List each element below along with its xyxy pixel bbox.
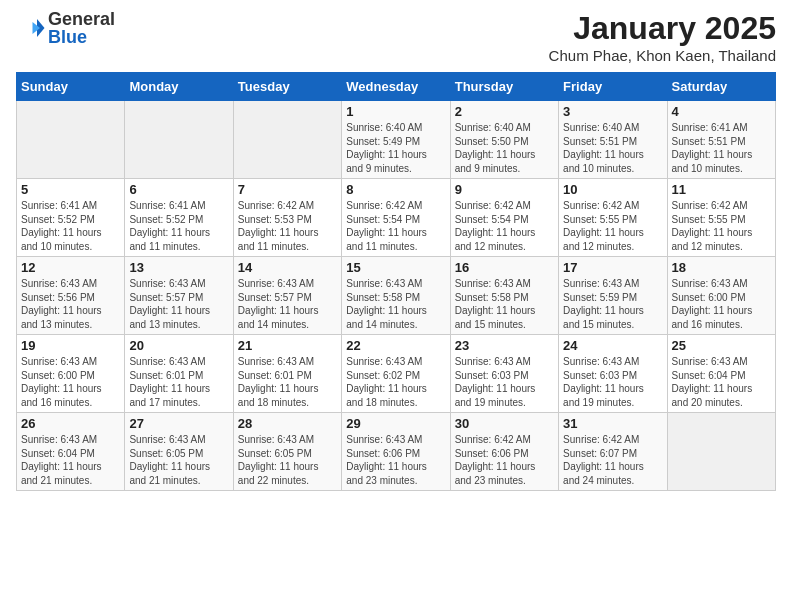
day-number: 18 (672, 260, 771, 275)
calendar-cell: 24Sunrise: 6:43 AM Sunset: 6:03 PM Dayli… (559, 335, 667, 413)
day-detail: Sunrise: 6:43 AM Sunset: 6:05 PM Dayligh… (238, 433, 337, 487)
day-detail: Sunrise: 6:42 AM Sunset: 5:55 PM Dayligh… (563, 199, 662, 253)
day-detail: Sunrise: 6:43 AM Sunset: 6:03 PM Dayligh… (563, 355, 662, 409)
day-number: 13 (129, 260, 228, 275)
day-number: 23 (455, 338, 554, 353)
day-detail: Sunrise: 6:40 AM Sunset: 5:50 PM Dayligh… (455, 121, 554, 175)
day-number: 15 (346, 260, 445, 275)
day-detail: Sunrise: 6:43 AM Sunset: 6:01 PM Dayligh… (238, 355, 337, 409)
day-detail: Sunrise: 6:42 AM Sunset: 5:54 PM Dayligh… (455, 199, 554, 253)
day-detail: Sunrise: 6:42 AM Sunset: 5:54 PM Dayligh… (346, 199, 445, 253)
day-number: 8 (346, 182, 445, 197)
day-number: 26 (21, 416, 120, 431)
day-number: 1 (346, 104, 445, 119)
day-number: 25 (672, 338, 771, 353)
day-detail: Sunrise: 6:43 AM Sunset: 6:05 PM Dayligh… (129, 433, 228, 487)
calendar-cell: 17Sunrise: 6:43 AM Sunset: 5:59 PM Dayli… (559, 257, 667, 335)
calendar-body: 1Sunrise: 6:40 AM Sunset: 5:49 PM Daylig… (17, 101, 776, 491)
calendar-cell: 18Sunrise: 6:43 AM Sunset: 6:00 PM Dayli… (667, 257, 775, 335)
calendar-cell: 12Sunrise: 6:43 AM Sunset: 5:56 PM Dayli… (17, 257, 125, 335)
day-detail: Sunrise: 6:42 AM Sunset: 5:55 PM Dayligh… (672, 199, 771, 253)
calendar-cell: 10Sunrise: 6:42 AM Sunset: 5:55 PM Dayli… (559, 179, 667, 257)
day-number: 2 (455, 104, 554, 119)
calendar-cell: 3Sunrise: 6:40 AM Sunset: 5:51 PM Daylig… (559, 101, 667, 179)
week-row-2: 5Sunrise: 6:41 AM Sunset: 5:52 PM Daylig… (17, 179, 776, 257)
calendar-cell: 29Sunrise: 6:43 AM Sunset: 6:06 PM Dayli… (342, 413, 450, 491)
day-detail: Sunrise: 6:42 AM Sunset: 6:06 PM Dayligh… (455, 433, 554, 487)
page: General Blue January 2025 Chum Phae, Kho… (0, 0, 792, 612)
calendar-cell (125, 101, 233, 179)
day-detail: Sunrise: 6:43 AM Sunset: 5:59 PM Dayligh… (563, 277, 662, 331)
day-number: 17 (563, 260, 662, 275)
week-row-4: 19Sunrise: 6:43 AM Sunset: 6:00 PM Dayli… (17, 335, 776, 413)
day-detail: Sunrise: 6:42 AM Sunset: 6:07 PM Dayligh… (563, 433, 662, 487)
calendar-cell: 16Sunrise: 6:43 AM Sunset: 5:58 PM Dayli… (450, 257, 558, 335)
header-thursday: Thursday (450, 73, 558, 101)
calendar-cell: 9Sunrise: 6:42 AM Sunset: 5:54 PM Daylig… (450, 179, 558, 257)
page-title: January 2025 (549, 10, 776, 47)
week-row-1: 1Sunrise: 6:40 AM Sunset: 5:49 PM Daylig… (17, 101, 776, 179)
calendar-cell (233, 101, 341, 179)
day-detail: Sunrise: 6:43 AM Sunset: 5:57 PM Dayligh… (129, 277, 228, 331)
calendar-cell: 25Sunrise: 6:43 AM Sunset: 6:04 PM Dayli… (667, 335, 775, 413)
day-number: 20 (129, 338, 228, 353)
logo-text: General Blue (48, 10, 115, 46)
day-number: 11 (672, 182, 771, 197)
calendar-cell: 30Sunrise: 6:42 AM Sunset: 6:06 PM Dayli… (450, 413, 558, 491)
calendar-cell: 31Sunrise: 6:42 AM Sunset: 6:07 PM Dayli… (559, 413, 667, 491)
day-detail: Sunrise: 6:41 AM Sunset: 5:51 PM Dayligh… (672, 121, 771, 175)
day-number: 27 (129, 416, 228, 431)
day-detail: Sunrise: 6:40 AM Sunset: 5:49 PM Dayligh… (346, 121, 445, 175)
day-number: 4 (672, 104, 771, 119)
day-detail: Sunrise: 6:43 AM Sunset: 5:57 PM Dayligh… (238, 277, 337, 331)
day-number: 31 (563, 416, 662, 431)
day-number: 30 (455, 416, 554, 431)
day-detail: Sunrise: 6:41 AM Sunset: 5:52 PM Dayligh… (21, 199, 120, 253)
day-detail: Sunrise: 6:43 AM Sunset: 5:58 PM Dayligh… (346, 277, 445, 331)
header-monday: Monday (125, 73, 233, 101)
logo-general-text: General (48, 10, 115, 28)
header: General Blue January 2025 Chum Phae, Kho… (16, 10, 776, 64)
header-tuesday: Tuesday (233, 73, 341, 101)
day-detail: Sunrise: 6:43 AM Sunset: 6:04 PM Dayligh… (21, 433, 120, 487)
day-number: 22 (346, 338, 445, 353)
day-number: 9 (455, 182, 554, 197)
day-number: 24 (563, 338, 662, 353)
calendar-cell (667, 413, 775, 491)
day-detail: Sunrise: 6:40 AM Sunset: 5:51 PM Dayligh… (563, 121, 662, 175)
calendar-cell: 11Sunrise: 6:42 AM Sunset: 5:55 PM Dayli… (667, 179, 775, 257)
calendar-cell: 28Sunrise: 6:43 AM Sunset: 6:05 PM Dayli… (233, 413, 341, 491)
day-number: 5 (21, 182, 120, 197)
week-row-3: 12Sunrise: 6:43 AM Sunset: 5:56 PM Dayli… (17, 257, 776, 335)
day-detail: Sunrise: 6:43 AM Sunset: 5:58 PM Dayligh… (455, 277, 554, 331)
day-number: 10 (563, 182, 662, 197)
calendar-cell (17, 101, 125, 179)
calendar-cell: 4Sunrise: 6:41 AM Sunset: 5:51 PM Daylig… (667, 101, 775, 179)
page-subtitle: Chum Phae, Khon Kaen, Thailand (549, 47, 776, 64)
day-header-row: SundayMondayTuesdayWednesdayThursdayFrid… (17, 73, 776, 101)
logo: General Blue (16, 10, 115, 46)
logo-blue-text: Blue (48, 28, 115, 46)
header-friday: Friday (559, 73, 667, 101)
calendar-table: SundayMondayTuesdayWednesdayThursdayFrid… (16, 72, 776, 491)
calendar-cell: 7Sunrise: 6:42 AM Sunset: 5:53 PM Daylig… (233, 179, 341, 257)
header-saturday: Saturday (667, 73, 775, 101)
calendar-cell: 1Sunrise: 6:40 AM Sunset: 5:49 PM Daylig… (342, 101, 450, 179)
day-detail: Sunrise: 6:43 AM Sunset: 5:56 PM Dayligh… (21, 277, 120, 331)
calendar-cell: 20Sunrise: 6:43 AM Sunset: 6:01 PM Dayli… (125, 335, 233, 413)
day-detail: Sunrise: 6:42 AM Sunset: 5:53 PM Dayligh… (238, 199, 337, 253)
header-wednesday: Wednesday (342, 73, 450, 101)
day-number: 21 (238, 338, 337, 353)
calendar-cell: 5Sunrise: 6:41 AM Sunset: 5:52 PM Daylig… (17, 179, 125, 257)
day-detail: Sunrise: 6:43 AM Sunset: 6:06 PM Dayligh… (346, 433, 445, 487)
day-number: 6 (129, 182, 228, 197)
calendar-cell: 27Sunrise: 6:43 AM Sunset: 6:05 PM Dayli… (125, 413, 233, 491)
calendar-cell: 22Sunrise: 6:43 AM Sunset: 6:02 PM Dayli… (342, 335, 450, 413)
day-number: 14 (238, 260, 337, 275)
day-detail: Sunrise: 6:43 AM Sunset: 6:00 PM Dayligh… (672, 277, 771, 331)
day-detail: Sunrise: 6:43 AM Sunset: 6:00 PM Dayligh… (21, 355, 120, 409)
calendar-cell: 13Sunrise: 6:43 AM Sunset: 5:57 PM Dayli… (125, 257, 233, 335)
day-detail: Sunrise: 6:43 AM Sunset: 6:03 PM Dayligh… (455, 355, 554, 409)
day-number: 16 (455, 260, 554, 275)
calendar-cell: 14Sunrise: 6:43 AM Sunset: 5:57 PM Dayli… (233, 257, 341, 335)
